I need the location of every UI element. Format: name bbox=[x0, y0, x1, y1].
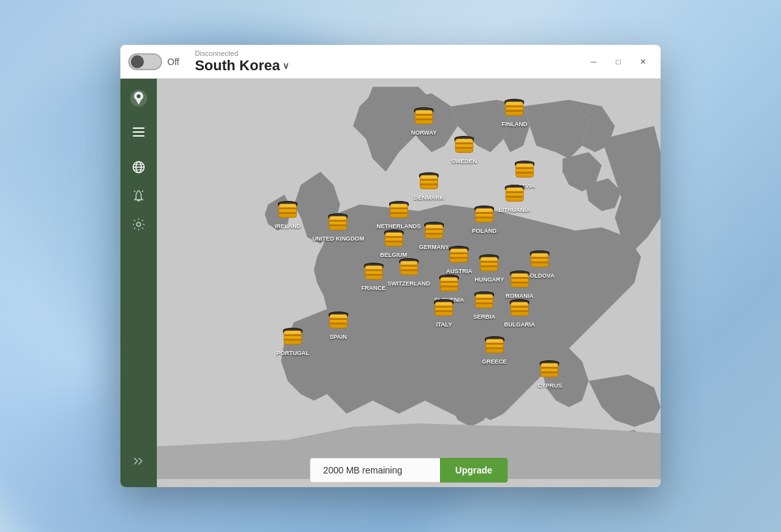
bottom-bar: 2000 MB remaining Upgrade bbox=[157, 453, 661, 487]
svg-line-6 bbox=[142, 191, 143, 192]
vpn-toggle[interactable] bbox=[128, 53, 162, 70]
minimize-button[interactable]: ─ bbox=[584, 52, 603, 72]
pin-label: FINLAND bbox=[502, 121, 528, 127]
barrel-band-top bbox=[541, 367, 558, 369]
sidebar bbox=[120, 79, 157, 487]
maximize-button[interactable]: □ bbox=[609, 52, 628, 72]
close-button[interactable]: ✕ bbox=[633, 52, 653, 72]
barrel-band-top bbox=[390, 207, 407, 209]
barrel-icon bbox=[475, 294, 493, 312]
app-logo[interactable] bbox=[127, 86, 150, 110]
barrel-band-bottom bbox=[426, 233, 443, 235]
barrel-icon bbox=[329, 216, 348, 234]
server-pin-bulgaria[interactable]: BULGARIA bbox=[504, 302, 536, 328]
server-pin-portugal[interactable]: PORTUGAL bbox=[277, 330, 310, 356]
server-pin-norway[interactable]: NORWAY bbox=[411, 110, 437, 136]
barrel-band-bottom bbox=[541, 371, 558, 373]
barrel-icon bbox=[425, 224, 443, 243]
menu-line-2 bbox=[133, 131, 144, 133]
connection-info: Disconnected South Korea ∨ bbox=[195, 49, 289, 74]
pin-label: GREECE bbox=[482, 358, 507, 365]
barrel-icon bbox=[506, 101, 524, 120]
barrel-icon bbox=[284, 330, 302, 349]
pin-label: SWITZERLAND bbox=[387, 280, 430, 287]
barrel-icon bbox=[279, 204, 297, 222]
barrel-icon bbox=[480, 257, 499, 275]
server-pin-denmark[interactable]: DENMARK bbox=[414, 175, 444, 201]
server-pin-spain[interactable]: SPAIN bbox=[329, 314, 348, 340]
server-pin-romania[interactable]: ROMANIA bbox=[506, 273, 534, 299]
server-pin-poland[interactable]: POLAND bbox=[472, 208, 497, 234]
server-pin-belgium[interactable]: BELGIUM bbox=[380, 232, 407, 258]
svg-point-7 bbox=[137, 222, 141, 226]
barrel-band-top bbox=[400, 265, 417, 267]
barrel-band-top bbox=[330, 318, 347, 320]
barrel-band-top bbox=[435, 306, 452, 308]
barrel-icon bbox=[506, 187, 524, 206]
barrel-band-top bbox=[506, 191, 523, 193]
sidebar-item-servers[interactable] bbox=[126, 154, 152, 180]
barrel-band-bottom bbox=[476, 302, 493, 304]
barrel-icon bbox=[486, 339, 504, 357]
pin-label: IRELAND bbox=[275, 223, 301, 230]
barrel-band-top bbox=[284, 334, 301, 336]
pin-label: BELGIUM bbox=[380, 252, 407, 258]
pin-label: PORTUGAL bbox=[277, 350, 310, 356]
server-pin-finland[interactable]: FINLAND bbox=[502, 101, 528, 127]
pin-label: LITHUANIA bbox=[499, 207, 530, 213]
barrel-band-bottom bbox=[506, 110, 523, 112]
server-pin-france[interactable]: FRANCE bbox=[361, 265, 386, 291]
sidebar-item-settings[interactable] bbox=[126, 211, 152, 237]
pin-label: UNITED KINGDOM bbox=[312, 235, 364, 242]
title-bar-left: Off Disconnected South Korea ∨ bbox=[128, 49, 584, 74]
barrel-band-bottom bbox=[511, 310, 528, 312]
server-pin-serbia[interactable]: SERBIA bbox=[473, 294, 495, 320]
barrel-band-bottom bbox=[385, 241, 402, 243]
barrel-body bbox=[510, 302, 528, 316]
barrel-body bbox=[530, 253, 549, 267]
barrel-band-bottom bbox=[486, 347, 503, 349]
barrel-icon bbox=[510, 302, 528, 320]
server-pin-cyprus[interactable]: CYPRUS bbox=[538, 363, 562, 389]
server-pin-united_kingdom[interactable]: UNITED KINGDOM bbox=[312, 216, 364, 242]
server-pin-sweden[interactable]: SWEDEN bbox=[451, 139, 477, 165]
server-pin-greece[interactable]: GREECE bbox=[482, 339, 507, 365]
barrel-body bbox=[400, 261, 418, 275]
server-pin-hungary[interactable]: HUNGARY bbox=[474, 257, 504, 283]
barrel-band-bottom bbox=[415, 118, 432, 120]
pin-label: GERMANY bbox=[419, 244, 449, 250]
pin-label: SPAIN bbox=[329, 334, 347, 340]
barrel-body bbox=[450, 248, 468, 263]
barrel-icon bbox=[541, 363, 559, 381]
sidebar-item-notifications[interactable] bbox=[126, 183, 152, 209]
barrel-icon bbox=[530, 253, 549, 271]
server-pin-switzerland[interactable]: SWITZERLAND bbox=[387, 261, 430, 287]
barrel-band-top bbox=[506, 105, 523, 107]
menu-line-1 bbox=[133, 127, 144, 129]
collapse-button[interactable] bbox=[126, 448, 152, 474]
server-pin-austria[interactable]: AUSTRIA bbox=[446, 248, 472, 274]
barrel-body bbox=[506, 101, 524, 116]
barrel-icon bbox=[435, 302, 453, 320]
barrel-body bbox=[440, 277, 458, 291]
mb-remaining-display: 2000 MB remaining bbox=[310, 458, 440, 483]
barrel-band-bottom bbox=[450, 257, 467, 259]
svg-line-5 bbox=[134, 191, 135, 192]
country-selector[interactable]: South Korea ∨ bbox=[195, 57, 289, 74]
upgrade-button[interactable]: Upgrade bbox=[440, 458, 508, 483]
menu-button[interactable] bbox=[127, 120, 150, 144]
barrel-icon bbox=[510, 273, 528, 291]
server-pin-ireland[interactable]: IRELAND bbox=[275, 204, 301, 230]
pin-label: FRANCE bbox=[361, 285, 386, 291]
barrel-icon bbox=[440, 277, 458, 295]
barrel-band-bottom bbox=[476, 217, 493, 219]
barrel-band-top bbox=[279, 207, 296, 209]
server-pin-italy[interactable]: ITALY bbox=[435, 302, 453, 328]
barrel-icon bbox=[420, 175, 438, 193]
server-pin-germany[interactable]: GERMANY bbox=[419, 224, 449, 250]
server-pin-netherlands[interactable]: NETHERLANDS bbox=[377, 204, 421, 230]
pin-label: BULGARIA bbox=[504, 321, 536, 328]
barrel-icon bbox=[329, 314, 348, 332]
connection-status: Disconnected bbox=[195, 49, 289, 57]
server-pin-lithuania[interactable]: LITHUANIA bbox=[499, 187, 530, 213]
